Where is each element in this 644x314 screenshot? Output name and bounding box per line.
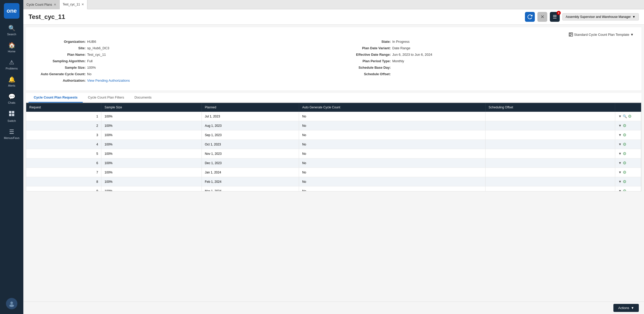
table-row: 8100%Feb 1, 2024No ▼ ⚙ [26,177,641,186]
cell-row-actions[interactable]: ▼ ⚙ [615,121,641,130]
base-day-label: Schedule Base Day: [339,66,391,69]
filter-row-icon[interactable]: ▼ [618,161,622,165]
cell-planned: Feb 1, 2024 [202,177,299,186]
sidebar-item-label: Chats [8,101,16,104]
template-button[interactable]: Standard Cycle Count Plan Template ▼ [34,32,634,37]
col-request: Request [26,103,101,112]
gear-row-icon[interactable]: ⚙ [623,123,626,128]
date-variant-value: Date Range [392,46,410,50]
gear-row-icon[interactable]: ⚙ [623,179,626,184]
filter-row-icon[interactable]: ▼ [618,189,622,191]
auth-link[interactable]: View Pending Authorizations [87,79,130,82]
state-value: In Progress [392,40,410,44]
close-tab-icon[interactable]: ✕ [54,3,56,6]
filter-row-icon[interactable]: ▼ [618,152,622,156]
bell-icon: 🔔 [8,76,15,83]
cell-scheduling-offset [485,158,615,168]
actions-button[interactable]: Actions ▼ [613,304,639,312]
tab-test-cyc-11[interactable]: Test_cyc_11 ✕ [60,0,88,9]
auto-gen-value: No [87,72,92,76]
x-icon: ✕ [541,14,544,20]
cell-request: 8 [26,177,101,186]
gear-row-icon[interactable]: ⚙ [623,161,626,165]
filter-row-icon[interactable]: ▼ [618,124,622,128]
cell-row-actions[interactable]: ▼ ⚙ [615,168,641,177]
role-label: Assembly Supervisor and Warehouse Manage… [566,15,631,19]
svg-rect-3 [12,114,14,116]
sidebar-item-problems[interactable]: ⚠ Problems [0,56,23,73]
refresh-button[interactable] [525,12,535,22]
gear-row-icon[interactable]: ⚙ [628,114,632,119]
tab-cycle-count-plans[interactable]: Cycle Count Plans ✕ [23,0,60,9]
warning-icon: ⚠ [9,59,14,66]
cell-sample-size: 100% [101,121,202,130]
col-auto-generate: Auto Generate Cycle Count [299,103,486,112]
cell-row-actions[interactable]: ▼ ⚙ [615,186,641,191]
sidebar-item-alerts[interactable]: 🔔 Alerts [0,73,23,90]
template-chevron-icon: ▼ [630,33,634,37]
tab-requests[interactable]: Cycle Count Plan Requests [29,93,83,103]
info-right-col: State: In Progress Plan Date Variant: Da… [339,40,634,85]
gear-row-icon[interactable]: ⚙ [623,151,626,156]
table-container: Request Sample Size Planned Auto Generat… [26,103,641,191]
cell-scheduling-offset [485,130,615,140]
sidebar-item-chats[interactable]: 💬 Chats [0,90,23,107]
switch-icon [9,110,15,118]
sidebar-item-home[interactable]: 🏠 Home [0,39,23,56]
sidebar-item-menus[interactable]: ☰ Menus/Favs [0,125,23,143]
role-dropdown[interactable]: Assembly Supervisor and Warehouse Manage… [562,13,639,20]
gear-row-icon[interactable]: ⚙ [623,142,626,147]
data-tabs-bar: Cycle Count Plan Requests Cycle Count Pl… [26,93,641,103]
filter-row-icon[interactable]: ▼ [618,133,622,137]
sidebar-item-switch[interactable]: Switch [0,107,23,125]
content-area: Standard Cycle Count Plan Template ▼ Org… [23,25,644,302]
cell-row-actions[interactable]: ▼ ⚙ [615,177,641,186]
search-row-icon[interactable]: 🔍 [623,114,627,118]
gear-row-icon[interactable]: ⚙ [623,170,626,175]
search-icon: 🔍 [8,25,15,32]
cell-row-actions[interactable]: ▼ 🔍 ⚙ [615,112,641,121]
cell-scheduling-offset [485,149,615,158]
info-row-sched-offset: Schedule Offset: [339,72,634,76]
cell-auto-generate: No [299,140,486,149]
tab-label: Cycle Count Plans [26,3,52,6]
info-left-col: Organization: HUB6 Site: sp_Hub6_DC3 Pla… [34,40,329,85]
cell-planned: Jul 1, 2023 [202,112,299,121]
app-logo[interactable]: one [4,3,19,19]
actions-label: Actions [618,306,629,310]
sidebar-item-search[interactable]: 🔍 Search [0,22,23,39]
filter-row-icon[interactable]: ▼ [618,180,622,184]
cell-row-actions[interactable]: ▼ ⚙ [615,140,641,149]
svg-rect-1 [12,111,14,113]
table-scroll[interactable]: Request Sample Size Planned Auto Generat… [26,103,641,191]
cell-request: 4 [26,140,101,149]
filter-row-icon[interactable]: ▼ [618,142,622,146]
requests-table: Request Sample Size Planned Auto Generat… [26,103,641,191]
sidebar: one 🔍 Search 🏠 Home ⚠ Problems 🔔 Alerts … [0,0,23,314]
tab-filters[interactable]: Cycle Count Plan Filters [83,93,129,103]
cell-row-actions[interactable]: ▼ ⚙ [615,130,641,140]
cell-row-actions[interactable]: ▼ ⚙ [615,158,641,168]
close-button[interactable]: ✕ [537,12,547,22]
filter-row-icon[interactable]: ▼ [618,170,622,174]
notification-badge: ★ [557,11,561,15]
template-label: Standard Cycle Count Plan Template [574,33,629,37]
actions-chevron-icon: ▼ [631,306,634,310]
cell-request: 2 [26,121,101,130]
gear-row-icon[interactable]: ⚙ [623,132,626,137]
menu-icon: ☰ [9,129,14,135]
cell-row-actions[interactable]: ▼ ⚙ [615,149,641,158]
avatar[interactable] [6,298,17,309]
tab-documents[interactable]: Documents [129,93,157,103]
page-header: Test_cyc_11 ✕ ☰ ★ Assembly Supervisor an… [23,9,644,25]
main-content: Cycle Count Plans ✕ Test_cyc_11 ✕ Test_c… [23,0,644,314]
cell-planned: Nov 1, 2023 [202,149,299,158]
home-icon: 🏠 [8,42,15,49]
menu-button[interactable]: ☰ ★ [550,12,560,22]
filter-row-icon[interactable]: ▼ [618,114,622,118]
cell-scheduling-offset [485,121,615,130]
close-tab-icon[interactable]: ✕ [81,3,84,6]
cell-scheduling-offset [485,186,615,191]
gear-row-icon[interactable]: ⚙ [623,189,626,191]
tab-label: Test_cyc_11 [63,3,80,6]
